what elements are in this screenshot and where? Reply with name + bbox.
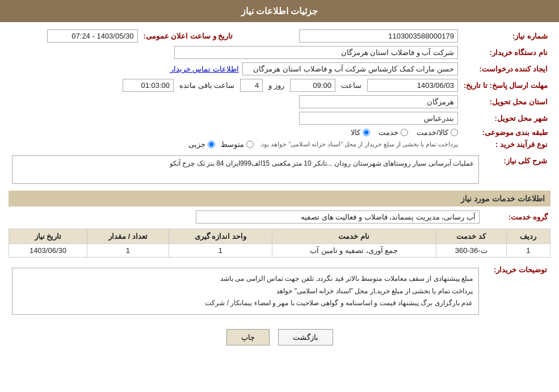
table-row: 1ت-36-360جمع آوری، تصفیه و تامین آب11140… [9, 244, 550, 258]
remaining-days-value: 4 [240, 79, 263, 92]
process-note: پرداخت تمام یا بخشی از مبلغ خریدار از مح… [259, 141, 458, 148]
col-header-row: ردیف [506, 229, 550, 244]
city-label: شهر محل تحویل: [461, 110, 550, 127]
service-group-label: گروه خدمت: [482, 209, 550, 225]
button-row: بازگشت چاپ [9, 329, 550, 345]
page-header: جزئیات اطلاعات نیاز [0, 0, 559, 22]
col-header-date: تاریخ نیاز [9, 229, 87, 244]
description-label: شرح کلی نیاز: [482, 153, 550, 186]
city-value: بندرعباس [299, 112, 458, 125]
announce-value: 1403/05/30 - 07:24 [47, 29, 138, 43]
send-date-value: 1403/06/03 [367, 79, 458, 92]
remaining-time-label: ساعت باقی مانده [179, 81, 234, 90]
page-title: جزئیات اطلاعات نیاز [241, 6, 318, 16]
send-date-label: مهلت ارسال پاسخ: تا تاریخ: [461, 77, 550, 94]
requester-label: ایجاد کننده درخواست: [461, 61, 550, 77]
col-header-code: کد خدمت [436, 229, 506, 244]
remaining-time-value: 01:03:00 [123, 79, 174, 92]
category-option-kala-khedmat[interactable]: کالا/خدمت [417, 128, 458, 137]
contact-link[interactable]: اطلاعات تماس خریدار [170, 65, 239, 73]
col-header-qty: تعداد / مقدار [87, 229, 169, 244]
buyer-org-label: نام دستگاه خریدار: [461, 44, 550, 61]
service-info-title: اطلاعات خدمات مورد نیاز [9, 191, 550, 206]
description-value: عملیات آبرسانی سیار روستاهای شهرستان رود… [12, 155, 479, 184]
back-button[interactable]: بازگشت [278, 329, 333, 345]
send-time-value: 09:00 [290, 79, 335, 92]
need-number-value: 1103003588000179 [299, 29, 458, 43]
process-label: نوع فرآیند خرید : [461, 138, 550, 150]
buyer-org-value: شرکت آب و فاضلاب استان هرمزگان [174, 46, 458, 59]
process-option-medium[interactable]: متوسط [221, 140, 254, 149]
requester-value: حسن مارات کمک کارشناس شرکت آب و فاضلاب ا… [242, 62, 458, 75]
announce-label: تاریخ و ساعت اعلان عمومی: [141, 28, 236, 44]
category-label: طبقه بندی موضوعی: [461, 127, 550, 138]
print-button[interactable]: چاپ [226, 329, 270, 345]
col-header-unit: واحد اندازه گیری [169, 229, 272, 244]
buyer-notes-label: توضیحات خریدار: [482, 262, 550, 321]
send-time-label: ساعت [341, 81, 362, 90]
province-value: هرمزگان [299, 95, 458, 108]
category-option-kala[interactable]: کالا [351, 128, 370, 137]
col-header-name: نام خدمت [272, 229, 436, 244]
category-option-khedmat[interactable]: خدمت [379, 128, 408, 137]
remaining-days-label: روز و [268, 81, 284, 90]
province-label: استان محل تحویل: [461, 94, 550, 110]
need-number-label: شماره نیاز: [461, 28, 550, 44]
process-option-small[interactable]: جزیی [188, 140, 215, 149]
buyer-notes-value: مبلغ پیشنهادی از سقف معاملات متوسط بالات… [12, 268, 479, 315]
service-group-value: آب رسانی، مدیریت پسماند، فاضلاب و فعالیت… [196, 210, 480, 224]
